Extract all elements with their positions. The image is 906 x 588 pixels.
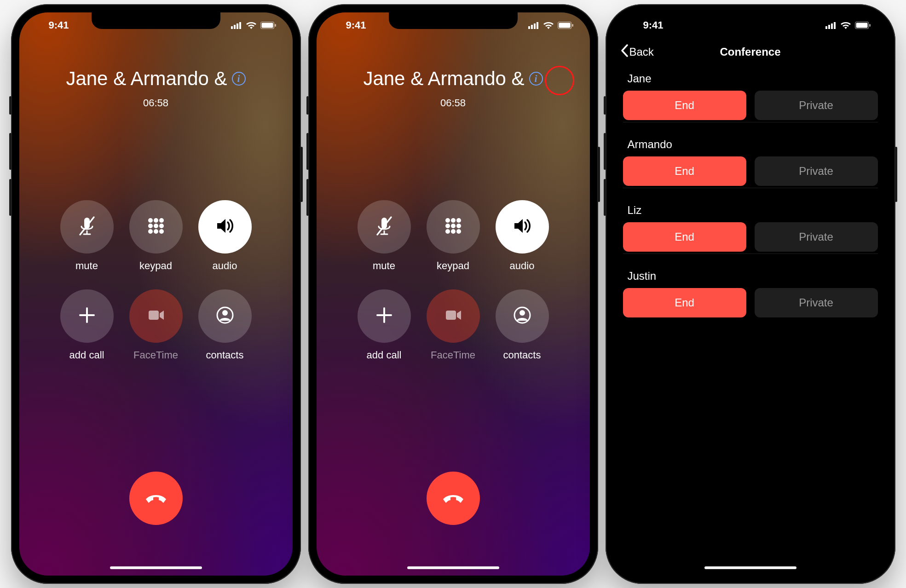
svg-rect-52 (831, 23, 833, 29)
contacts-icon (511, 304, 534, 329)
svg-point-13 (159, 218, 164, 223)
svg-point-40 (451, 224, 456, 228)
hangup-icon (439, 483, 468, 514)
info-icon[interactable]: i (529, 72, 543, 86)
info-icon[interactable]: i (232, 72, 246, 86)
chevron-left-icon (620, 44, 629, 60)
caller-title: Jane & Armando & (363, 68, 524, 90)
facetime-label: FaceTime (133, 349, 178, 361)
facetime-button[interactable]: FaceTime (419, 289, 488, 361)
private-button[interactable]: Private (755, 222, 878, 252)
phone-frame-3: 9:41 Back Conference Jane End Privat (606, 4, 895, 584)
private-button[interactable]: Private (755, 156, 878, 186)
end-button[interactable]: End (623, 91, 746, 120)
audio-button[interactable]: audio (190, 200, 260, 272)
keypad-button[interactable]: keypad (121, 200, 190, 272)
home-indicator[interactable] (110, 566, 202, 569)
notch (92, 12, 220, 29)
svg-rect-2 (237, 23, 238, 29)
phone-frame-2: 9:41 Jane & Armando & i 06:58 mute keypa… (308, 4, 598, 584)
facetime-label: FaceTime (431, 349, 475, 361)
status-time: 9:41 (630, 19, 676, 31)
svg-rect-55 (856, 23, 867, 28)
mute-label: mute (75, 260, 98, 272)
svg-rect-28 (537, 22, 538, 29)
audio-label: audio (510, 260, 535, 272)
svg-point-44 (456, 229, 461, 234)
plus-icon (373, 304, 396, 329)
add-call-label: add call (69, 349, 104, 361)
svg-rect-51 (828, 25, 830, 29)
caller-title: Jane & Armando & (66, 68, 227, 90)
battery-icon (260, 22, 276, 29)
svg-rect-27 (534, 23, 536, 29)
hangup-icon (141, 483, 171, 514)
mute-icon (373, 214, 396, 239)
participant-row: Liz End Private (623, 199, 878, 254)
svg-point-43 (451, 229, 456, 234)
plus-icon (75, 304, 98, 329)
keypad-icon (442, 214, 465, 239)
contacts-button[interactable]: contacts (488, 289, 557, 361)
svg-rect-30 (559, 23, 570, 28)
private-button[interactable]: Private (755, 91, 878, 120)
wifi-icon (246, 21, 257, 29)
mute-button[interactable]: mute (350, 200, 419, 272)
mute-button[interactable]: mute (52, 200, 121, 272)
svg-rect-0 (231, 26, 233, 29)
contacts-label: contacts (206, 349, 244, 361)
add-call-button[interactable]: add call (350, 289, 419, 361)
back-button[interactable]: Back (620, 38, 654, 66)
home-indicator[interactable] (407, 566, 499, 569)
call-timer: 06:58 (335, 97, 571, 109)
back-label: Back (629, 46, 654, 58)
svg-rect-50 (825, 26, 827, 29)
wifi-icon (543, 21, 554, 29)
participant-row: Armando End Private (623, 133, 878, 188)
svg-rect-5 (261, 23, 273, 28)
conference-screen: 9:41 Back Conference Jane End Privat (614, 12, 887, 576)
battery-icon (558, 22, 573, 29)
home-indicator[interactable] (704, 566, 796, 569)
nav-title: Conference (720, 46, 780, 58)
end-call-button[interactable] (427, 472, 480, 525)
cellular-icon (528, 22, 539, 29)
keypad-icon (144, 214, 167, 239)
speaker-icon (511, 214, 534, 239)
svg-rect-6 (275, 24, 276, 27)
svg-point-16 (159, 224, 164, 228)
notch (686, 12, 815, 29)
participant-name: Liz (623, 199, 878, 222)
add-call-label: add call (367, 349, 402, 361)
svg-point-11 (148, 218, 153, 223)
end-button[interactable]: End (623, 156, 746, 186)
end-button[interactable]: End (623, 288, 746, 317)
svg-rect-47 (446, 311, 456, 320)
add-call-button[interactable]: add call (52, 289, 121, 361)
end-button[interactable]: End (623, 222, 746, 252)
svg-rect-1 (234, 25, 236, 29)
mute-icon (75, 214, 98, 239)
facetime-button[interactable]: FaceTime (121, 289, 190, 361)
battery-icon (855, 22, 871, 29)
phone-frame-1: 9:41 Jane & Armando & i 06:58 (11, 4, 301, 584)
svg-rect-26 (531, 25, 533, 29)
svg-rect-31 (572, 24, 573, 27)
svg-point-41 (456, 224, 461, 228)
svg-point-18 (154, 229, 158, 234)
video-icon (442, 304, 465, 329)
svg-point-17 (148, 229, 153, 234)
speaker-icon (214, 214, 237, 239)
contacts-button[interactable]: contacts (190, 289, 260, 361)
end-call-button[interactable] (129, 472, 183, 525)
keypad-button[interactable]: keypad (419, 200, 488, 272)
status-time: 9:41 (333, 19, 379, 31)
private-button[interactable]: Private (755, 288, 878, 317)
cellular-icon (231, 22, 242, 29)
audio-button[interactable]: audio (488, 200, 557, 272)
svg-rect-25 (528, 26, 530, 29)
svg-rect-3 (239, 22, 241, 29)
participants-list: Jane End Private Armando End Private Liz… (614, 68, 887, 557)
svg-point-42 (445, 229, 450, 234)
svg-point-15 (154, 224, 158, 228)
